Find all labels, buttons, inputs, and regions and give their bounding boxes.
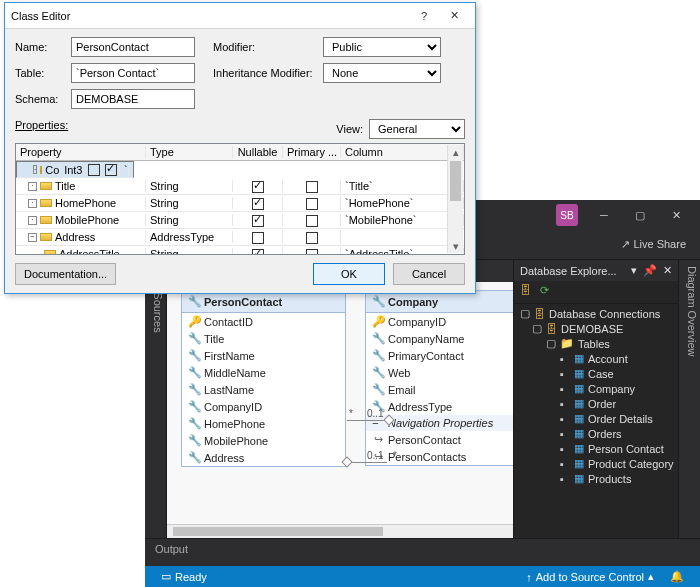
- entity-field[interactable]: 🔧CompanyID: [182, 398, 345, 415]
- property-icon: [40, 233, 52, 241]
- entity-field[interactable]: 🔑ContactID: [182, 313, 345, 330]
- help-button[interactable]: ?: [409, 5, 439, 27]
- table-node[interactable]: ▪▦Order Details: [514, 411, 678, 426]
- entity-field[interactable]: 🔧CompanyName: [366, 330, 513, 347]
- expand-icon[interactable]: ▪: [560, 353, 570, 365]
- col-type[interactable]: Type: [146, 146, 233, 158]
- dropdown-icon[interactable]: ▾: [631, 264, 637, 277]
- entity-company[interactable]: 🔧Company 🔑CompanyID🔧CompanyName🔧PrimaryC…: [365, 290, 513, 466]
- db-tree[interactable]: ▢🗄Database Connections ▢🗄DEMOBASE ▢📁Tabl…: [514, 304, 678, 538]
- nullable-checkbox[interactable]: [88, 164, 100, 176]
- expand-icon[interactable]: ▪: [560, 383, 570, 395]
- entity-field[interactable]: 🔧FirstName: [182, 347, 345, 364]
- grid-row[interactable]: ·HomePhoneString`HomePhone`: [16, 195, 464, 212]
- entity-field[interactable]: 🔧PrimaryContact: [366, 347, 513, 364]
- notifications-icon[interactable]: 🔔: [662, 570, 692, 583]
- properties-grid[interactable]: Property Type Nullable Primary ... Colum…: [15, 143, 465, 255]
- entity-personcontact[interactable]: 🔧PersonContact 🔑ContactID🔧Title🔧FirstNam…: [181, 290, 346, 467]
- primary-checkbox[interactable]: [306, 249, 318, 255]
- add-connection-icon[interactable]: 🗄: [520, 284, 536, 300]
- grid-row[interactable]: ·TitleString`Title`: [16, 178, 464, 195]
- nullable-checkbox[interactable]: [252, 249, 264, 255]
- entity-field[interactable]: 🔧Address: [182, 449, 345, 466]
- refresh-icon[interactable]: ⟳: [540, 284, 556, 300]
- documentation-button[interactable]: Documentation...: [15, 263, 116, 285]
- horizontal-scrollbar[interactable]: [167, 524, 513, 538]
- modifier-select[interactable]: Public: [323, 37, 441, 57]
- primary-checkbox[interactable]: [306, 181, 318, 193]
- expand-icon[interactable]: ·: [28, 216, 37, 225]
- grid-row[interactable]: −AddressAddressType: [16, 229, 464, 246]
- expand-icon[interactable]: ▪: [560, 368, 570, 380]
- scroll-down-icon[interactable]: ▾: [448, 239, 463, 253]
- minimize-button[interactable]: ─: [586, 200, 622, 230]
- diagram-canvas[interactable]: 🔧PersonContact 🔑ContactID🔧Title🔧FirstNam…: [167, 282, 513, 538]
- output-panel-header[interactable]: Output: [145, 538, 700, 566]
- side-tab-diagram-overview[interactable]: Diagram Overview: [678, 260, 700, 538]
- name-input[interactable]: [71, 37, 195, 57]
- expand-icon[interactable]: ·: [33, 165, 37, 174]
- grid-row[interactable]: ·MobilePhoneString`MobilePhone`: [16, 212, 464, 229]
- user-badge[interactable]: SB: [556, 204, 578, 226]
- col-primary[interactable]: Primary ...: [283, 146, 341, 158]
- cancel-button[interactable]: Cancel: [393, 263, 465, 285]
- table-node[interactable]: ▪▦Product Category: [514, 456, 678, 471]
- table-node[interactable]: ▪▦Order: [514, 396, 678, 411]
- grid-row[interactable]: ·ContactIDInt32`ContactID`: [16, 161, 134, 178]
- entity-field[interactable]: 🔧Title: [182, 330, 345, 347]
- dialog-titlebar[interactable]: Class Editor ? ✕: [5, 3, 475, 29]
- entity-field[interactable]: 🔧MiddleName: [182, 364, 345, 381]
- entity-field[interactable]: 🔑CompanyID: [366, 313, 513, 330]
- expand-icon[interactable]: −: [28, 233, 37, 242]
- maximize-button[interactable]: ▢: [622, 200, 658, 230]
- entity-field[interactable]: 🔧MobilePhone: [182, 432, 345, 449]
- nav-property[interactable]: ↪PersonContact: [366, 431, 513, 448]
- live-share-button[interactable]: ↗ Live Share: [615, 236, 692, 253]
- table-node[interactable]: ▪▦Company: [514, 381, 678, 396]
- table-node[interactable]: ▪▦Products: [514, 471, 678, 486]
- expand-icon[interactable]: ▪: [560, 473, 570, 485]
- primary-checkbox[interactable]: [306, 198, 318, 210]
- entity-field[interactable]: 🔧AddressType: [366, 398, 513, 415]
- ok-button[interactable]: OK: [313, 263, 385, 285]
- nullable-checkbox[interactable]: [252, 232, 264, 244]
- expand-icon[interactable]: ▪: [560, 443, 570, 455]
- table-node[interactable]: ▪▦Person Contact: [514, 441, 678, 456]
- nullable-checkbox[interactable]: [252, 215, 264, 227]
- col-column[interactable]: Column: [341, 146, 464, 158]
- primary-checkbox[interactable]: [306, 232, 318, 244]
- table-node[interactable]: ▪▦Case: [514, 366, 678, 381]
- table-input[interactable]: [71, 63, 195, 83]
- table-node[interactable]: ▪▦Orders: [514, 426, 678, 441]
- expand-icon[interactable]: ▪: [560, 413, 570, 425]
- close-button[interactable]: ✕: [658, 200, 694, 230]
- nav-property[interactable]: ↪PersonContacts: [366, 448, 513, 465]
- inheritance-select[interactable]: None: [323, 63, 441, 83]
- schema-input[interactable]: [71, 89, 195, 109]
- add-source-control[interactable]: ↑ Add to Source Control ▴: [518, 570, 662, 583]
- entity-field[interactable]: 🔧Web: [366, 364, 513, 381]
- expand-icon[interactable]: ▪: [560, 458, 570, 470]
- entity-field[interactable]: 🔧HomePhone: [182, 415, 345, 432]
- entity-field[interactable]: 🔧LastName: [182, 381, 345, 398]
- expand-icon[interactable]: ▪: [560, 398, 570, 410]
- close-icon[interactable]: ✕: [663, 264, 672, 277]
- expand-icon[interactable]: ▪: [560, 428, 570, 440]
- view-select[interactable]: General: [369, 119, 465, 139]
- pin-icon[interactable]: 📌: [643, 264, 657, 277]
- scroll-up-icon[interactable]: ▴: [448, 145, 463, 159]
- primary-checkbox[interactable]: [306, 215, 318, 227]
- col-nullable[interactable]: Nullable: [233, 146, 283, 158]
- entity-field[interactable]: 🔧Email: [366, 381, 513, 398]
- nullable-checkbox[interactable]: [252, 198, 264, 210]
- primary-checkbox[interactable]: [105, 164, 117, 176]
- col-property[interactable]: Property: [16, 146, 146, 158]
- nullable-checkbox[interactable]: [252, 181, 264, 193]
- side-tab-data-sources[interactable]: Data Sources: [145, 260, 167, 538]
- close-button[interactable]: ✕: [439, 5, 469, 27]
- expand-icon[interactable]: ·: [28, 199, 37, 208]
- table-node[interactable]: ▪▦Account: [514, 351, 678, 366]
- grid-scrollbar[interactable]: ▴ ▾: [447, 145, 463, 253]
- grid-row[interactable]: AddressTitleString`AddressTitle`: [16, 246, 464, 255]
- expand-icon[interactable]: ·: [28, 182, 37, 191]
